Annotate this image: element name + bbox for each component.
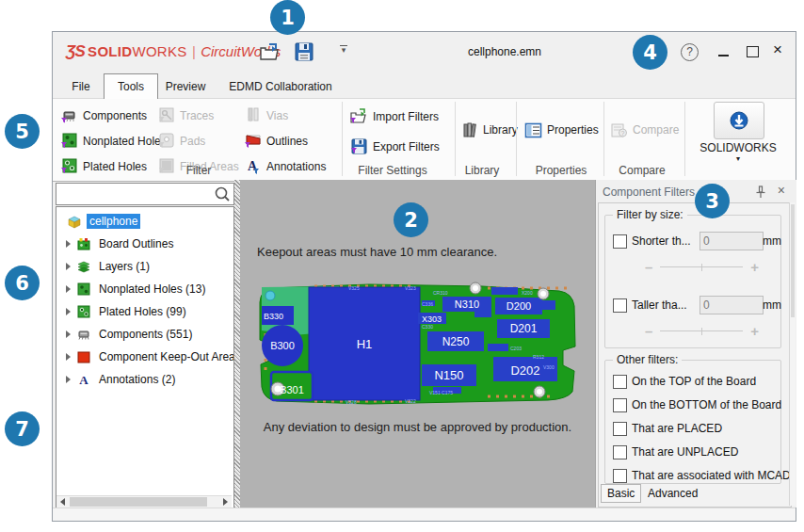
- status-bar: [53, 508, 796, 521]
- panel-close-icon[interactable]: ×: [778, 183, 785, 198]
- scrollbar-thumb[interactable]: [791, 204, 795, 317]
- brand-divider: |: [190, 43, 198, 59]
- keepout-note: Keepout areas must have 10 mm clearance.: [257, 245, 497, 259]
- board-label: X303: [422, 314, 442, 324]
- annotations-filter-button[interactable]: A Annotations: [245, 156, 326, 177]
- board-label: N150: [434, 368, 463, 382]
- expander-icon[interactable]: [66, 240, 71, 248]
- open-file-icon[interactable]: [258, 40, 281, 63]
- tab-file[interactable]: File: [58, 76, 104, 97]
- shorter-than-checkbox[interactable]: [613, 234, 627, 249]
- expander-icon[interactable]: [66, 263, 71, 270]
- maximize-button[interactable]: [747, 46, 759, 57]
- slider-minus-icon[interactable]: –: [645, 323, 652, 339]
- expander-icon[interactable]: [66, 285, 71, 293]
- taller-than-slider[interactable]: – +: [645, 323, 759, 338]
- tab-tools[interactable]: Tools: [104, 73, 158, 99]
- tree-item-cellphone[interactable]: cellphone: [56, 210, 234, 233]
- plated-holes-filter-button[interactable]: Plated Holes: [61, 156, 147, 177]
- export-filters-button[interactable]: Export Filters: [349, 137, 440, 157]
- tree-horizontal-scrollbar[interactable]: [56, 495, 232, 508]
- search-icon[interactable]: [213, 185, 232, 203]
- taller-than-checkbox[interactable]: [613, 298, 627, 313]
- tree-item-components[interactable]: Components (551): [56, 323, 234, 346]
- import-filters-button[interactable]: Import Filters: [349, 106, 439, 127]
- compare-button[interactable]: ? Compare: [610, 120, 679, 140]
- tab-edmd-collaboration[interactable]: EDMD Collaboration: [215, 76, 346, 97]
- top-of-board-checkbox[interactable]: [613, 375, 627, 389]
- tree-item-nonplated-holes[interactable]: Nonplated Holes (13): [56, 278, 234, 300]
- tree-item-plated-holes[interactable]: Plated Holes (99): [56, 300, 234, 323]
- minimize-button[interactable]: [718, 55, 729, 56]
- mcad-associated-checkbox[interactable]: [613, 469, 627, 483]
- solidworks-dropdown-icon[interactable]: ▾: [682, 154, 795, 163]
- scroll-right-arrow-icon[interactable]: [219, 496, 232, 508]
- board-root-icon: [66, 214, 83, 229]
- close-button[interactable]: ×: [773, 40, 782, 59]
- tab-advanced[interactable]: Advanced: [648, 487, 698, 500]
- traces-filter-button[interactable]: Traces: [158, 105, 214, 126]
- slider-plus-icon[interactable]: +: [750, 323, 759, 339]
- expander-icon[interactable]: [66, 308, 71, 315]
- bottom-of-board-checkbox[interactable]: [613, 398, 627, 412]
- board-small-label: X200: [522, 290, 533, 296]
- pcb-board-image[interactable]: B330 B300 B301 H1 X303 N310 D200 N250 D2…: [256, 282, 581, 406]
- ribbon-separator: [684, 102, 685, 176]
- svg-text:?: ?: [621, 129, 625, 136]
- taller-than-input[interactable]: [699, 296, 764, 314]
- expander-icon[interactable]: [66, 353, 71, 361]
- top-of-board-label: On the TOP of the Board: [632, 375, 756, 388]
- library-button[interactable]: Library: [461, 120, 518, 140]
- board-label: D201: [510, 322, 538, 335]
- scrollbar-thumb[interactable]: [70, 497, 207, 507]
- save-icon[interactable]: [293, 40, 315, 63]
- nonplated-holes-filter-button[interactable]: Nonplated Holes: [61, 131, 167, 152]
- plated-holes-icon: [61, 158, 78, 175]
- annotations-icon: A: [75, 372, 92, 387]
- plated-holes-icon: [75, 304, 92, 319]
- placed-checkbox[interactable]: [613, 422, 627, 436]
- help-button[interactable]: ?: [681, 43, 699, 61]
- panel-scrollbar[interactable]: [789, 202, 796, 506]
- shorter-than-input[interactable]: [699, 232, 764, 250]
- solidworks-button[interactable]: [714, 102, 764, 139]
- slider-minus-icon[interactable]: –: [645, 259, 652, 275]
- pin-icon[interactable]: [755, 185, 766, 199]
- unplaced-checkbox[interactable]: [613, 445, 627, 459]
- tree-item-keepout-areas[interactable]: Component Keep-Out Areas (: [56, 346, 234, 368]
- outlines-filter-button[interactable]: Outlines: [245, 131, 308, 152]
- properties-group-label: Properties: [522, 164, 601, 177]
- compare-icon: ?: [610, 122, 628, 138]
- feature-tree-panel: cellphone Board Outlines: [54, 180, 236, 508]
- tree-item-layers[interactable]: Layers (1): [56, 255, 234, 278]
- panel-content: Filter by size: Shorter th... mm – + Tal…: [598, 202, 792, 508]
- callout-1: 1: [270, 0, 305, 35]
- board-small-label: V300: [543, 364, 555, 370]
- board-small-label: V328: [346, 399, 357, 405]
- vias-filter-button[interactable]: Vias: [245, 105, 288, 126]
- board-label: B300: [270, 340, 295, 351]
- board-small-label: C330: [422, 324, 433, 330]
- pads-filter-button[interactable]: Pads: [158, 131, 205, 152]
- properties-icon: [524, 122, 542, 138]
- properties-button[interactable]: Properties: [524, 120, 599, 140]
- menu-tabbar: File Tools Preview EDMD Collaboration ×: [53, 72, 796, 98]
- board-small-label: V323: [405, 285, 416, 291]
- outlines-icon: [245, 133, 262, 150]
- tab-preview[interactable]: Preview: [156, 76, 215, 97]
- toolbar-overflow-icon[interactable]: ▾: [338, 45, 349, 60]
- group-label: Filter by size:: [613, 208, 687, 221]
- brand-bold: SOLID: [88, 43, 132, 59]
- expander-icon[interactable]: [66, 330, 71, 338]
- tree-item-board-outlines[interactable]: Board Outlines: [56, 233, 234, 255]
- slider-plus-icon[interactable]: +: [750, 259, 759, 275]
- expander-icon[interactable]: [66, 376, 71, 383]
- shorter-than-slider[interactable]: – +: [645, 259, 759, 274]
- scroll-left-arrow-icon[interactable]: [56, 496, 69, 508]
- tab-basic[interactable]: Basic: [601, 484, 641, 503]
- search-input[interactable]: [58, 185, 213, 202]
- tree-item-annotations[interactable]: A Annotations (2): [56, 368, 234, 391]
- board-label: N250: [442, 335, 470, 348]
- components-filter-button[interactable]: Components: [61, 105, 147, 126]
- callout-3: 3: [695, 184, 730, 218]
